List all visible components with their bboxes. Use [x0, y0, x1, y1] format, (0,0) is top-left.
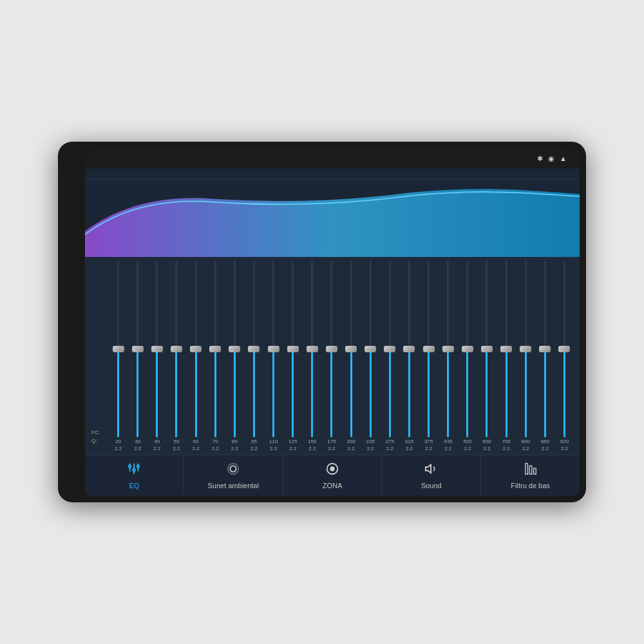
slider-track-920[interactable]	[564, 261, 565, 437]
slider-thumb-315[interactable]	[403, 346, 415, 352]
slider-thumb-275[interactable]	[384, 346, 395, 352]
nav-label-zona: ZONA	[323, 482, 343, 489]
volume-up-button[interactable]	[68, 238, 82, 252]
slider-track-860[interactable]	[544, 261, 546, 437]
freq-label-col-200: 2002.2	[343, 439, 360, 452]
slider-thumb-110[interactable]	[268, 346, 279, 352]
nav-item-eq[interactable]: EQ	[85, 455, 184, 496]
svg-point-3	[133, 469, 136, 471]
nav-item-zona[interactable]: ZONA	[283, 455, 383, 496]
fc-label-235: 235	[366, 439, 375, 445]
svg-point-12	[330, 467, 334, 471]
slider-thumb-800[interactable]	[520, 346, 531, 352]
slider-track-95[interactable]	[253, 261, 255, 437]
back-side-button[interactable]	[68, 222, 82, 236]
nav-label-ambient: Sunet ambiental	[207, 482, 259, 489]
q-label-800: 2.2	[522, 446, 529, 452]
slider-thumb-860[interactable]	[539, 346, 551, 352]
svg-point-0	[129, 466, 131, 468]
home-side-button[interactable]	[68, 205, 82, 219]
slider-thumb-20[interactable]	[113, 346, 124, 352]
slider-track-375[interactable]	[428, 261, 430, 437]
slider-thumb-80[interactable]	[229, 346, 240, 352]
slider-col-60	[187, 261, 205, 437]
svg-rect-16	[533, 468, 536, 474]
slider-track-50[interactable]	[175, 261, 177, 437]
slider-col-70	[207, 261, 224, 437]
nav-icon-zona	[325, 462, 339, 479]
freq-label-col-150: 1502.2	[303, 439, 321, 452]
slider-track-150[interactable]	[311, 261, 313, 437]
main-content: 202.2302.2402.2502.2602.2702.2802.2952.2…	[85, 169, 580, 496]
slider-track-125[interactable]	[292, 261, 294, 437]
slider-thumb-200[interactable]	[345, 346, 357, 352]
slider-track-175[interactable]	[330, 261, 332, 437]
slider-thumb-40[interactable]	[151, 346, 163, 352]
location-icon: ◉	[548, 155, 554, 163]
slider-track-435[interactable]	[447, 261, 449, 437]
slider-col-235	[362, 261, 379, 437]
nav-item-sound[interactable]: Sound	[382, 455, 481, 496]
fc-label-150: 150	[308, 439, 316, 445]
freq-label-col-315: 3152.2	[401, 439, 418, 452]
slider-col-860	[536, 261, 554, 437]
slider-track-500[interactable]	[466, 261, 468, 437]
nav-label-eq: EQ	[129, 482, 139, 489]
slider-track-80[interactable]	[234, 261, 236, 437]
fc-label-60: 60	[193, 439, 199, 445]
slider-col-700	[498, 261, 515, 437]
fc-label-40: 40	[154, 439, 160, 445]
slider-track-700[interactable]	[506, 261, 507, 437]
fc-label-175: 175	[327, 439, 336, 445]
slider-thumb-50[interactable]	[171, 346, 182, 352]
slider-thumb-435[interactable]	[442, 346, 454, 352]
slider-thumb-920[interactable]	[558, 346, 570, 352]
slider-thumb-125[interactable]	[287, 346, 299, 352]
fc-label-95: 95	[251, 439, 257, 445]
nav-item-filtru[interactable]: Filtru de bas	[481, 455, 580, 496]
slider-thumb-600[interactable]	[481, 346, 493, 352]
slider-thumb-700[interactable]	[500, 346, 512, 352]
svg-point-9	[231, 466, 236, 471]
slider-thumb-375[interactable]	[423, 346, 435, 352]
slider-track-110[interactable]	[272, 261, 274, 437]
slider-track-275[interactable]	[389, 261, 391, 437]
slider-thumb-70[interactable]	[209, 346, 221, 352]
slider-track-235[interactable]	[370, 261, 372, 437]
device-frame: ✱ ◉ ▲	[58, 142, 586, 502]
slider-track-40[interactable]	[156, 261, 158, 437]
slider-thumb-500[interactable]	[462, 346, 473, 352]
freq-label-col-70: 702.2	[207, 439, 224, 452]
q-label-700: 2.2	[503, 446, 510, 452]
slider-track-30[interactable]	[137, 261, 138, 437]
fc-label-920: 920	[560, 439, 569, 445]
rst-button[interactable]	[68, 171, 82, 185]
slider-track-200[interactable]	[350, 261, 352, 437]
power-button[interactable]	[68, 188, 82, 202]
slider-thumb-95[interactable]	[248, 346, 260, 352]
freq-label-col-175: 1752.2	[323, 439, 340, 452]
q-label-70: 2.2	[212, 446, 219, 452]
fc-label-70: 70	[213, 439, 218, 445]
slider-track-60[interactable]	[195, 261, 197, 437]
slider-thumb-30[interactable]	[132, 346, 144, 352]
slider-thumb-150[interactable]	[307, 346, 318, 352]
slider-track-800[interactable]	[525, 261, 527, 437]
slider-thumb-175[interactable]	[326, 346, 337, 352]
slider-track-70[interactable]	[214, 261, 216, 437]
fc-label-315: 315	[405, 439, 413, 445]
slider-thumb-60[interactable]	[190, 346, 202, 352]
fc-label-500: 500	[463, 439, 471, 445]
slider-thumb-235[interactable]	[365, 346, 376, 352]
volume-down-button[interactable]	[68, 255, 82, 269]
nav-label-sound: Sound	[421, 482, 442, 489]
nav-item-ambient[interactable]: Sunet ambiental	[184, 455, 283, 496]
slider-col-80	[226, 261, 243, 437]
slider-track-20[interactable]	[117, 261, 119, 437]
fc-label-275: 275	[386, 439, 394, 445]
freq-label-col-110: 1102.2	[265, 439, 282, 452]
svg-point-6	[137, 466, 140, 468]
slider-track-600[interactable]	[486, 261, 488, 437]
q-label-125: 2.2	[289, 446, 296, 452]
slider-track-315[interactable]	[408, 261, 410, 437]
